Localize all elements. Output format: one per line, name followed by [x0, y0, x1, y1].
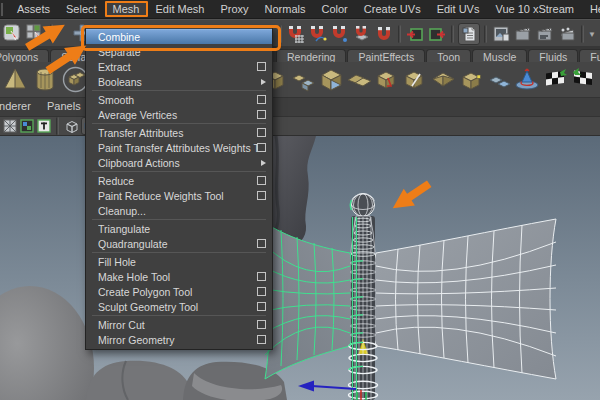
- window-icon-partial: [1, 3, 3, 16]
- menu-item-paint-transfer-attributes-weights-tool[interactable]: Paint Transfer Attributes Weights Tool: [86, 140, 272, 155]
- wireframe-cube-icon[interactable]: [64, 119, 78, 133]
- snap-to-grid-magnet-icon[interactable]: [286, 24, 306, 44]
- menubar-item-color[interactable]: Color: [314, 1, 356, 17]
- option-box-icon[interactable]: [257, 191, 266, 200]
- slanted-planes-icon[interactable]: [346, 66, 373, 93]
- menu-item-make-hole-tool[interactable]: Make Hole Tool: [86, 269, 272, 284]
- axe-left-blade[interactable]: [265, 223, 355, 379]
- menu-item-transfer-attributes[interactable]: Transfer Attributes: [86, 125, 272, 140]
- menubar-item-mesh[interactable]: Mesh: [105, 1, 148, 17]
- option-box-icon[interactable]: [257, 272, 266, 281]
- menu-item-triangulate[interactable]: Triangulate: [86, 221, 272, 236]
- panel-menu-renderer[interactable]: Renderer: [0, 100, 40, 112]
- menu-item-paint-reduce-weights-tool[interactable]: Paint Reduce Weights Tool: [86, 188, 272, 203]
- checker-flag-alt-icon[interactable]: [570, 66, 597, 93]
- option-box-icon[interactable]: [257, 110, 266, 119]
- menu-item-cleanup[interactable]: Cleanup...: [86, 203, 272, 218]
- menu-item-label: Sculpt Geometry Tool: [98, 301, 257, 313]
- menubar-item-proxy[interactable]: Proxy: [212, 1, 256, 17]
- axe-right-blade[interactable]: [370, 219, 556, 379]
- menu-item-smooth[interactable]: Smooth: [86, 92, 272, 107]
- poly-duplicate-icon[interactable]: [290, 66, 317, 93]
- shelf-tab-polygons[interactable]: Polygons: [0, 49, 49, 62]
- panel-menu-panels[interactable]: Panels: [47, 100, 81, 112]
- statue-base-left[interactable]: [0, 286, 94, 400]
- menubar-item-normals[interactable]: Normals: [257, 1, 314, 17]
- menu-item-mirror-geometry[interactable]: Mirror Geometry: [86, 332, 272, 347]
- shelf-tab-fluids[interactable]: Fluids: [528, 49, 578, 62]
- menu-item-quadrangulate[interactable]: Quadrangulate: [86, 236, 272, 251]
- menu-item-label: Paint Reduce Weights Tool: [98, 190, 257, 202]
- option-box-icon[interactable]: [257, 335, 266, 344]
- menu-item-label: Mirror Geometry: [98, 334, 257, 346]
- statue-boots[interactable]: [86, 361, 287, 400]
- cube-yellow-vertex-icon[interactable]: [458, 66, 485, 93]
- option-box-icon[interactable]: [257, 320, 266, 329]
- menu-item-sculpt-geometry-tool[interactable]: Sculpt Geometry Tool: [86, 299, 272, 314]
- magnet-icon[interactable]: [374, 24, 394, 44]
- dropdown-caret-icon[interactable]: ▼: [588, 30, 596, 39]
- construction-history-icon[interactable]: [458, 23, 480, 45]
- menu-separator: [92, 219, 266, 220]
- menu-bar: AssetsSelectMeshEdit MeshProxyNormalsCol…: [0, 0, 600, 19]
- shelf-tab-fur[interactable]: Fur: [579, 49, 600, 62]
- menu-item-label: Average Vertices: [98, 109, 257, 121]
- menubar-item-edit-mesh[interactable]: Edit Mesh: [148, 1, 213, 17]
- menubar-item-vue-10-xstream[interactable]: Vue 10 xStream: [487, 1, 581, 17]
- snap-to-plane-magnet-icon[interactable]: [352, 24, 372, 44]
- menubar-item-create-uvs[interactable]: Create UVs: [356, 1, 429, 17]
- option-box-icon[interactable]: [257, 302, 266, 311]
- menubar-item-select[interactable]: Select: [58, 1, 105, 17]
- render-frame-icon[interactable]: [513, 24, 533, 44]
- cube-blue-face-icon[interactable]: [318, 66, 345, 93]
- render-settings-icon[interactable]: [557, 24, 577, 44]
- texture-view-icon[interactable]: [20, 119, 34, 133]
- menu-item-extract[interactable]: Extract: [86, 59, 272, 74]
- menu-item-reduce[interactable]: Reduce: [86, 173, 272, 188]
- cone-ring-icon[interactable]: [514, 66, 541, 93]
- cone-primitive-icon[interactable]: [2, 66, 29, 93]
- axe-handle[interactable]: [349, 194, 378, 400]
- ipr-render-icon[interactable]: [535, 24, 555, 44]
- select-tool-icon[interactable]: [2, 23, 22, 43]
- manipulator-z-arrow[interactable]: [298, 381, 356, 392]
- menu-item-average-vertices[interactable]: Average Vertices: [86, 107, 272, 122]
- option-box-icon[interactable]: [257, 287, 266, 296]
- menu-item-label: Cleanup...: [98, 205, 266, 217]
- separator: [451, 25, 454, 43]
- grid-toggle-icon[interactable]: [3, 119, 17, 133]
- menu-item-label: Make Hole Tool: [98, 271, 257, 283]
- menu-item-label: Create Polygon Tool: [98, 286, 257, 298]
- menu-item-mirror-cut[interactable]: Mirror Cut: [86, 317, 272, 332]
- menubar-item-assets[interactable]: Assets: [9, 1, 58, 17]
- menu-separator: [92, 315, 266, 316]
- menu-item-create-polygon-tool[interactable]: Create Polygon Tool: [86, 284, 272, 299]
- shelf-tab-painteffects[interactable]: PaintEffects: [347, 49, 425, 62]
- checker-flag-icon[interactable]: [542, 66, 569, 93]
- menu-item-booleans[interactable]: Booleans: [86, 74, 272, 89]
- option-box-icon[interactable]: [257, 95, 266, 104]
- option-box-icon[interactable]: [257, 239, 266, 248]
- menubar-item-help[interactable]: Help: [582, 1, 600, 17]
- option-box-icon[interactable]: [257, 128, 266, 137]
- texture-t-icon[interactable]: [37, 119, 51, 133]
- menu-item-fill-hole[interactable]: Fill Hole: [86, 254, 272, 269]
- snap-to-curve-magnet-icon[interactable]: [308, 24, 328, 44]
- menubar-item-edit-uvs[interactable]: Edit UVs: [429, 1, 488, 17]
- option-box-icon[interactable]: [257, 62, 266, 71]
- option-box-icon[interactable]: [257, 143, 266, 152]
- option-box-icon[interactable]: [257, 176, 266, 185]
- blue-quads-icon[interactable]: [486, 66, 513, 93]
- render-view-icon[interactable]: [491, 24, 511, 44]
- output-connection-icon[interactable]: [427, 24, 447, 44]
- submenu-arrow-icon: [261, 79, 266, 85]
- cube-slash-icon[interactable]: [402, 66, 429, 93]
- shelf-tab-muscle[interactable]: Muscle: [472, 49, 527, 62]
- shelf-tab-rendering[interactable]: Rendering: [276, 49, 346, 62]
- menu-item-clipboard-actions[interactable]: Clipboard Actions: [86, 155, 272, 170]
- folded-plane-icon[interactable]: [430, 66, 457, 93]
- input-connection-icon[interactable]: [405, 24, 425, 44]
- cube-red-four-icon[interactable]: [374, 66, 401, 93]
- shelf-tab-toon[interactable]: Toon: [426, 49, 471, 62]
- snap-to-point-magnet-icon[interactable]: [330, 24, 350, 44]
